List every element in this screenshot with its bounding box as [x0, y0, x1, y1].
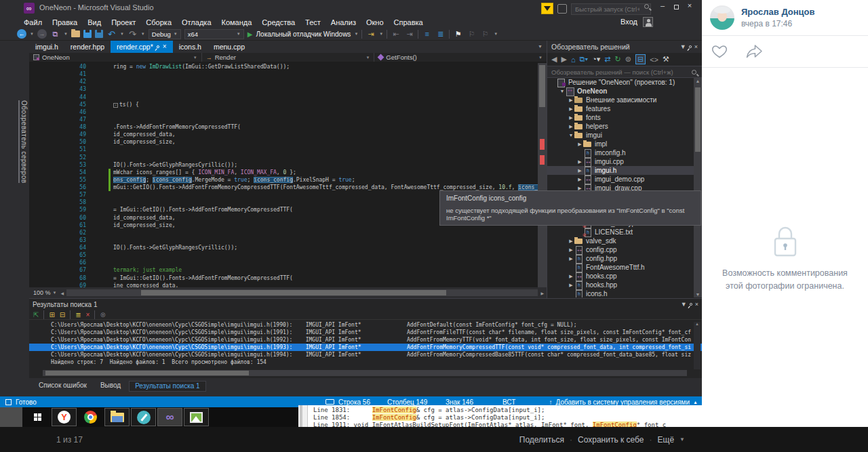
solution-configuration-select[interactable]: Debug▼: [149, 29, 181, 39]
bottom-tab-[interactable]: Вывод: [95, 381, 126, 392]
tree-collapse-icon[interactable]: ▼: [559, 89, 566, 94]
clear-results-icon[interactable]: ×: [86, 311, 90, 319]
tree-expand-icon[interactable]: ▶: [568, 98, 574, 103]
doc-tab-rendercpp[interactable]: render.cpp*×: [111, 41, 173, 53]
tree-item-OneNeon[interactable]: ▼OneNeon: [547, 87, 702, 96]
find-window-row[interactable]: Line 1911: void ImFontAtlasBuildSetupFon…: [313, 422, 702, 427]
code-line[interactable]: 41: [29, 70, 547, 78]
taskbar-app-vs[interactable]: ∞: [157, 408, 182, 426]
bookmark-icon[interactable]: ⚑: [453, 30, 463, 39]
solution-platform-select[interactable]: x64▼: [184, 29, 244, 39]
start-debug-label[interactable]: Локальный отладчик Windows: [256, 30, 351, 38]
results-scrollbar[interactable]: ▲: [694, 322, 701, 369]
tree-item-OneNeon1[interactable]: Решение "OneNeon" (проектов: 1): [547, 78, 702, 87]
tree-expand-icon[interactable]: ▶: [568, 274, 574, 279]
doc-tab-menucpp[interactable]: menu.cpp: [208, 41, 251, 53]
menu-item-Сборка[interactable]: Сборка: [146, 18, 172, 26]
vs-titlebar[interactable]: ∞ OneNeon - Microsoft Visual Studio – ×: [0, 0, 702, 16]
menu-item-Средства[interactable]: Средства: [262, 18, 295, 26]
menu-item-Проект[interactable]: Проект: [111, 18, 136, 26]
tree-item-configcpp[interactable]: ▶config.cpp: [547, 245, 702, 254]
taskbar-app-yandex[interactable]: Y: [52, 408, 77, 426]
taskbar-app-paint[interactable]: [131, 408, 156, 426]
like-heart-icon[interactable]: [711, 44, 728, 59]
tree-item-features[interactable]: ▶features: [547, 104, 702, 113]
breadcrumb-project-dropdown[interactable]: OneNeon▼: [29, 53, 202, 62]
panel-close-icon[interactable]: ×: [694, 43, 698, 50]
taskbar-app-explorer[interactable]: [104, 408, 130, 426]
tree-item-hookshpp[interactable]: ▶hooks.hpp: [547, 281, 702, 289]
tree-expand-icon[interactable]: ▶: [576, 159, 583, 165]
goto-location-icon[interactable]: ⇱: [33, 311, 39, 319]
find-window-row[interactable]: Line 1831: ImFontConfig& cfg = atlas->Co…: [313, 407, 702, 414]
bottom-tab-1[interactable]: Результаты поиска 1: [129, 381, 206, 392]
code-line[interactable]: 55ons_config; icons_config.MergeMode = t…: [29, 176, 547, 184]
quick-launch-input[interactable]: [571, 3, 651, 15]
hscroll-right-arrow[interactable]: ▶: [540, 291, 544, 295]
sx-forward-icon[interactable]: ▶: [561, 55, 566, 64]
doc-tab-iconsh[interactable]: icons.h: [173, 41, 208, 53]
tree-item-imgui[interactable]: ▼imgui: [547, 131, 702, 140]
tree-item-impl[interactable]: ▶impl: [547, 140, 702, 148]
panel-close-icon[interactable]: ×: [695, 301, 698, 308]
save-icon[interactable]: [83, 30, 92, 38]
tree-collapse-icon[interactable]: ▼: [568, 133, 574, 138]
tree-expand-icon[interactable]: ▶: [576, 142, 583, 147]
find-result-row[interactable]: C:\Users\Ярослав\Desktop\КСГО\oneneon\Cy…: [29, 351, 702, 358]
tab-pin-icon[interactable]: [156, 45, 160, 49]
tree-item-imguih[interactable]: ▶imgui.h: [547, 166, 702, 175]
code-line[interactable]: 50id_compressed_size,: [29, 138, 547, 146]
editor-vertical-scrollbar[interactable]: +: [538, 63, 547, 287]
keep-results-icon[interactable]: ≣: [75, 311, 81, 319]
breadcrumb-member-dropdown[interactable]: GetFonts()▼: [374, 53, 547, 62]
sx-pending-icon[interactable]: ◔▾: [592, 55, 600, 64]
feedback-icon[interactable]: [557, 4, 567, 14]
results-hscrollbar[interactable]: [43, 370, 687, 376]
pin-icon[interactable]: [689, 302, 693, 306]
taskbar-app-chrome[interactable]: [78, 408, 103, 426]
navigate-back-button[interactable]: ←: [17, 29, 26, 39]
code-line[interactable]: 53IO().Fonts->GetGlyphRangesCyrillic());: [29, 161, 547, 169]
editor-horizontal-scrollbar[interactable]: [66, 289, 538, 296]
fold-collapse-icon[interactable]: -: [113, 103, 118, 108]
next-bookmark-icon[interactable]: ⚐: [480, 30, 490, 39]
close-button[interactable]: ×: [683, 0, 696, 12]
hscroll-left-arrow[interactable]: ◀: [60, 291, 64, 295]
zoom-level-select[interactable]: 100 %: [29, 289, 53, 296]
tree-item-confighpp[interactable]: ▶config.hpp: [547, 254, 702, 263]
footer-action-0[interactable]: Поделиться: [519, 435, 564, 445]
code-line[interactable]: 62: [29, 229, 547, 237]
sx-back-icon[interactable]: ◀: [551, 55, 557, 64]
comment-icon[interactable]: ≡: [422, 30, 432, 38]
taskbar-app-photo[interactable]: [184, 408, 209, 426]
tree-item-hookscpp[interactable]: ▶hooks.cpp: [547, 272, 702, 281]
notifications-filter-icon[interactable]: [541, 3, 553, 14]
solution-search[interactable]: [547, 66, 702, 78]
find-window-row[interactable]: Line 1854: ImFontConfig& cfg = atlas->Co…: [313, 414, 702, 422]
menu-item-Окно[interactable]: Окно: [366, 18, 384, 26]
menu-item-Справка[interactable]: Справка: [394, 18, 423, 26]
menu-item-Вид[interactable]: Вид: [87, 18, 101, 26]
code-line[interactable]: 43: [29, 85, 547, 93]
menu-item-Правка[interactable]: Правка: [52, 18, 77, 26]
tree-item-iconsh[interactable]: icons.h: [547, 289, 702, 297]
code-line[interactable]: 48.Fonts->AddFontFromMemoryCompressedTTF…: [29, 123, 547, 131]
prev-bookmark-icon[interactable]: ⚐: [467, 30, 477, 39]
indent-increase-icon[interactable]: ⇥: [404, 30, 414, 39]
restore-button[interactable]: [669, 0, 683, 12]
sx-view-code-icon[interactable]: <>: [650, 56, 658, 64]
expand-all-icon[interactable]: ⊞: [49, 311, 54, 319]
photo-date[interactable]: вчера в 17:46: [741, 19, 815, 28]
minimize-button[interactable]: –: [656, 0, 669, 12]
code-line[interactable]: 67termark; just example: [29, 266, 547, 274]
tree-expand-icon[interactable]: ▶: [568, 239, 574, 244]
panel-menu-icon[interactable]: ▼: [681, 301, 687, 308]
share-icon[interactable]: [745, 44, 763, 59]
code-line[interactable]: 54mWchar icons_ranges[] = { ICON_MIN_FA,…: [29, 169, 547, 176]
code-line[interactable]: 47: [29, 116, 547, 123]
author-name-link[interactable]: Ярослав Донцов: [741, 7, 815, 17]
server-explorer-tab[interactable]: Обозреватель серверов: [20, 100, 28, 184]
menu-item-Отладка[interactable]: Отладка: [182, 18, 211, 26]
doc-well-dropdown-icon[interactable]: ▼: [538, 41, 547, 53]
footer-action-1[interactable]: Сохранить к себе: [578, 435, 644, 445]
